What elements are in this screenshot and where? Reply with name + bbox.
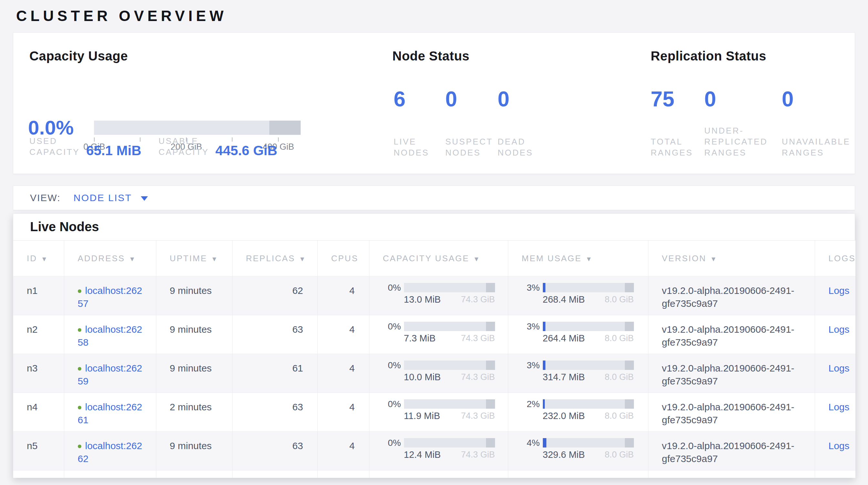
mem-used-value: 264.4 MiB: [543, 333, 585, 343]
used-capacity-label: USED CAPACITY: [29, 136, 80, 158]
node-uptime-cell: 9 minutes: [156, 432, 232, 470]
node-address-link[interactable]: localhost:26261: [78, 402, 143, 425]
node-replicas-cell: 61: [232, 354, 317, 393]
node-cpus-cell: 4: [317, 432, 369, 470]
live-nodes-table: ID▼ ADDRESS▼ UPTIME▼ REPLICAS▼ CPUS CAPA…: [13, 240, 856, 478]
node-mem-usage-cell: 3% 264.4 MiB 8.0 GiB: [508, 315, 648, 354]
usable-capacity-value: 445.6 GiB: [215, 143, 277, 159]
capacity-total-value: 74.3 GiB: [461, 333, 495, 343]
mem-bar-fill: [543, 399, 545, 409]
node-cpus-cell: 4: [317, 393, 369, 432]
node-address-link[interactable]: localhost:26258: [78, 324, 143, 348]
column-header-cpus: CPUS: [317, 240, 369, 277]
node-logs-cell: Logs: [815, 354, 856, 393]
live-nodes-title: Live Nodes: [30, 220, 99, 234]
node-id-cell: n5: [13, 432, 64, 470]
node-logs-cell: Logs: [815, 315, 856, 354]
capacity-used-value: 11.9 MiB: [404, 411, 440, 421]
node-address-link[interactable]: localhost:26262: [78, 440, 143, 464]
node-version-cell: v19.2.0-alpha.20190606-2491- gfe735c9a97: [648, 393, 815, 432]
capacity-percent: 0%: [383, 438, 401, 448]
suspect-nodes-stat: 0 SUSPECT NODES: [445, 88, 493, 158]
node-live-status-icon: [78, 328, 82, 332]
capacity-total-value: 74.3 GiB: [461, 372, 495, 382]
capacity-total-value: 74.3 GiB: [461, 450, 495, 459]
mem-percent: 2%: [522, 399, 540, 409]
node-address-cell: localhost:26258: [64, 315, 156, 354]
capacity-total-value: 74.3 GiB: [461, 294, 495, 304]
logs-link[interactable]: Logs: [829, 363, 849, 373]
capacity-usage-title: Capacity Usage: [29, 49, 128, 63]
node-capacity-usage-cell: 0% 12.4 MiB 74.3 GiB: [369, 432, 508, 470]
column-header-uptime[interactable]: UPTIME▼: [156, 240, 232, 277]
mem-bar-fill: [543, 438, 547, 448]
logs-link[interactable]: Logs: [829, 402, 849, 412]
table-header-row: ID▼ ADDRESS▼ UPTIME▼ REPLICAS▼ CPUS CAPA…: [13, 240, 856, 277]
node-logs-cell: Logs: [815, 393, 856, 432]
node-mem-usage-cell: 2% 232.0 MiB 8.0 GiB: [508, 393, 648, 432]
node-capacity-usage-cell: 0% 13.0 MiB 74.3 GiB: [369, 277, 508, 315]
node-replicas-cell: 63: [232, 393, 317, 432]
under-replicated-ranges-stat: 0 UNDER- REPLICATED RANGES: [704, 88, 768, 158]
capacity-bar: [404, 399, 495, 409]
mem-total-value: 8.0 GiB: [604, 450, 633, 459]
used-capacity-value: 65.1 MiB: [86, 143, 141, 159]
column-header-capacity-usage[interactable]: CAPACITY USAGE▼: [369, 240, 508, 277]
mem-bar-fill: [543, 322, 546, 331]
sort-descending-icon: ▼: [41, 255, 49, 262]
logs-link[interactable]: Logs: [829, 285, 849, 296]
capacity-percent: 0%: [383, 399, 401, 409]
node-mem-usage-cell: 4% 329.6 MiB 8.0 GiB: [508, 432, 648, 470]
mem-percent: 3%: [522, 283, 540, 292]
node-id-cell: n4: [13, 393, 64, 432]
mem-bar-fill: [543, 361, 546, 370]
table-row: n5 localhost:26262 9 minutes 63 4 0% 12.…: [13, 432, 856, 470]
column-header-id[interactable]: ID▼: [13, 240, 64, 277]
mem-used-value: 268.4 MiB: [543, 294, 585, 304]
node-replicas-cell: 62: [232, 277, 317, 315]
column-header-address[interactable]: ADDRESS▼: [64, 240, 156, 277]
node-replicas-cell: 63: [232, 315, 317, 354]
table-row: n1 localhost:26257 9 minutes 62 4 0% 13.…: [13, 277, 856, 315]
capacity-gauge: [94, 121, 301, 135]
node-logs-cell: Logs: [815, 432, 856, 470]
capacity-used-value: 7.3 MiB: [404, 333, 436, 343]
mem-bar: [543, 283, 634, 292]
column-header-mem-usage[interactable]: MEM USAGE▼: [508, 240, 648, 277]
capacity-bar: [404, 361, 495, 370]
node-live-status-icon: [78, 367, 82, 371]
sort-descending-icon: ▼: [211, 255, 219, 262]
table-row: n2 localhost:26258 9 minutes 63 4 0% 7.3…: [13, 315, 856, 354]
node-version-cell: v19.2.0-alpha.20190606-2491- gfe735c9a97: [648, 432, 815, 470]
mem-bar: [543, 361, 634, 370]
usable-capacity-label: USABLE CAPACITY: [159, 136, 209, 158]
view-selector-dropdown[interactable]: NODE LIST: [73, 192, 148, 203]
sort-descending-icon: ▼: [473, 255, 480, 262]
logs-link[interactable]: Logs: [829, 324, 849, 335]
view-selected-value: NODE LIST: [73, 192, 132, 203]
mem-bar-end-segment: [625, 283, 634, 292]
capacity-used-value: 10.0 MiB: [404, 372, 441, 382]
table-row: n3 localhost:26259 9 minutes 61 4 0% 10.…: [13, 354, 856, 393]
page-title: CLUSTER OVERVIEW: [16, 7, 227, 25]
column-header-replicas[interactable]: REPLICAS▼: [232, 240, 317, 277]
mem-bar-end-segment: [625, 322, 634, 331]
column-header-logs: LOGS: [815, 240, 856, 277]
capacity-bar: [404, 438, 495, 448]
replication-status-title: Replication Status: [651, 49, 766, 63]
capacity-percent: 0%: [383, 322, 401, 331]
node-live-status-icon: [78, 289, 82, 293]
mem-bar: [543, 322, 634, 331]
dead-nodes-stat: 0 DEAD NODES: [498, 88, 533, 158]
capacity-bar-end-segment: [486, 322, 495, 331]
mem-bar: [543, 438, 634, 448]
column-header-version[interactable]: VERSION▼: [648, 240, 815, 277]
logs-link[interactable]: Logs: [829, 440, 849, 451]
node-address-cell: localhost:26262: [64, 432, 156, 470]
node-address-link[interactable]: localhost:26257: [78, 285, 143, 309]
used-capacity-stat: USED CAPACITY 65.1 MiB: [29, 136, 142, 158]
node-mem-usage-cell: 3% 314.7 MiB 8.0 GiB: [508, 354, 648, 393]
node-cpus-cell: 4: [317, 277, 369, 315]
node-address-cell: localhost:26261: [64, 393, 156, 432]
node-address-link[interactable]: localhost:26259: [78, 363, 143, 387]
